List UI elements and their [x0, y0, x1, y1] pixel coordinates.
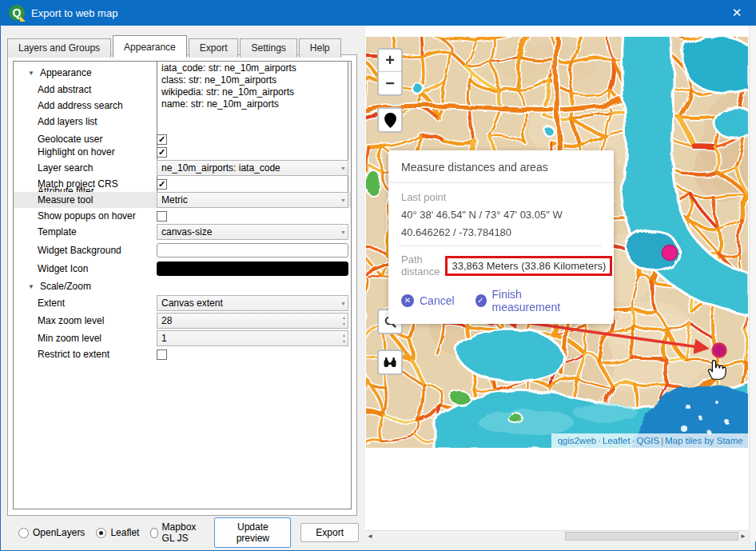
radio-label: Mapbox GL JS	[162, 521, 204, 544]
row-measure-tool: Measure toolMetric▼	[14, 192, 351, 208]
max-zoom-level-spinbox[interactable]: 28▲▼	[157, 313, 348, 329]
spin-arrows-icon[interactable]: ▲▼	[342, 314, 346, 327]
geolocate-user-checkbox[interactable]: ✓	[157, 134, 167, 145]
tab-help[interactable]: Help	[299, 38, 341, 58]
widget-icon-color-button[interactable]	[157, 262, 348, 276]
row-label: Add address search	[14, 100, 123, 111]
measure-panel: Measure distances and areas Last point 4…	[388, 150, 614, 324]
export-button[interactable]: Export	[300, 523, 359, 542]
editor-column: ✓	[157, 133, 348, 146]
row-label: Measure tool	[14, 194, 93, 206]
editor-column: ne_10m_airports: iata_code▼	[157, 160, 348, 176]
match-project-crs-checkbox[interactable]: ✓	[157, 179, 167, 190]
row-max-zoom-level: Max zoom level28▲▼	[14, 313, 351, 329]
title-bar[interactable]: Q Export to web map ✕	[1, 0, 755, 26]
editor-column: ✓	[157, 178, 348, 190]
tab-layers-and-groups[interactable]: Layers and Groups	[7, 38, 111, 58]
editor-column: Canvas extent▼	[157, 295, 348, 311]
radio-circle-icon[interactable]	[18, 528, 29, 538]
cancel-link[interactable]: ✕ Cancel	[401, 294, 455, 307]
tab-bar: Layers and GroupsAppearanceExportSetting…	[7, 35, 343, 58]
row-widget-background: Widget Background	[14, 242, 351, 258]
qgis-logo-icon: Q	[9, 5, 25, 21]
collapse-triangle-icon[interactable]: ▼	[28, 283, 34, 290]
radio-label: Leaflet	[110, 527, 139, 538]
chevron-down-icon[interactable]: ▼	[340, 230, 346, 235]
highlight-on-hover-checkbox[interactable]: ✓	[157, 147, 167, 158]
map-preview-panel: + −	[365, 26, 749, 530]
tab-export[interactable]: Export	[189, 38, 239, 58]
zoom-in-button[interactable]: +	[379, 50, 401, 72]
row-label: Min zoom level	[14, 333, 101, 344]
divider	[388, 182, 614, 183]
chevron-down-icon[interactable]: ▼	[340, 301, 346, 306]
dotted-divider	[401, 246, 601, 246]
tab-appearance[interactable]: Appearance	[113, 35, 187, 58]
measure-tool-dropdown[interactable]: Metric▼	[157, 192, 348, 208]
editor-value: Metric	[161, 194, 344, 206]
measure-button[interactable]	[377, 349, 403, 375]
zoom-out-button[interactable]: −	[379, 72, 401, 94]
zoom-control: + −	[377, 48, 403, 96]
scrollbar-thumb[interactable]	[565, 532, 738, 541]
editor-column: ✓	[157, 146, 348, 158]
widget-background-color-button[interactable]	[157, 243, 348, 258]
attribution-tiles-link[interactable]: Map tiles by Stame	[665, 436, 743, 445]
separator: |	[661, 436, 663, 445]
editor-value: 1	[161, 333, 344, 344]
group-scale-zoom[interactable]: ▼Scale/Zoom	[14, 279, 351, 293]
finish-measurement-link[interactable]: ✓ Finish measurement	[475, 288, 580, 313]
row-label: Restrict to extent	[14, 349, 109, 360]
locate-button[interactable]	[377, 107, 403, 133]
radio-circle-icon[interactable]	[150, 528, 157, 538]
spin-arrows-icon[interactable]: ▲▼	[342, 332, 346, 345]
last-point-decimal: 40.646262 / -73.784180	[401, 226, 601, 238]
scroll-left-icon[interactable]: ◄	[365, 531, 375, 541]
radio-circle-icon[interactable]	[96, 528, 106, 538]
row-label: Widget Icon	[14, 263, 88, 274]
radio-mapbox-gl-js[interactable]: Mapbox GL JS	[150, 521, 203, 544]
collapse-triangle-icon[interactable]: ▼	[28, 70, 34, 77]
close-icon[interactable]: ✕	[718, 0, 755, 26]
format-radio-group: OpenLayersLeafletMapbox GL JS	[18, 521, 214, 544]
horizontal-scrollbar[interactable]: ◄ ►	[365, 530, 748, 541]
row-match-project-crs: Match project CRS✓	[14, 178, 351, 190]
restrict-to-extent-checkbox[interactable]	[157, 349, 167, 360]
map-attribution: qgis2web · Leaflet · QGIS | Map tiles by…	[551, 433, 748, 448]
tab-settings[interactable]: Settings	[240, 38, 296, 58]
scroll-right-icon[interactable]: ►	[738, 531, 748, 541]
attribution-link-qgis[interactable]: QGIS	[636, 436, 659, 445]
radio-openlayers[interactable]: OpenLayers	[18, 527, 85, 538]
layer-search-dropdown[interactable]: ne_10m_airports: iata_code▼	[157, 160, 348, 176]
editor-column	[157, 210, 348, 222]
map-canvas[interactable]: + −	[366, 37, 748, 448]
editor-column: 1▲▼	[157, 330, 348, 346]
measure-panel-title: Measure distances and areas	[401, 161, 601, 174]
row-label: Match project CRS	[14, 178, 118, 190]
last-point-dms: 40° 38' 46.54" N / 73° 47' 03.05" W	[401, 209, 601, 221]
chevron-down-icon[interactable]: ▼	[340, 198, 346, 203]
editor-column	[157, 348, 348, 361]
chevron-down-icon[interactable]: ▼	[340, 166, 346, 171]
update-preview-button[interactable]: Update preview	[214, 517, 291, 548]
attribution-link-qgis2web[interactable]: qgis2web	[558, 436, 597, 445]
path-distance-value: 33,863 Meters (33.86 Kilometers)	[445, 256, 612, 276]
min-zoom-level-spinbox[interactable]: 1▲▼	[157, 330, 348, 346]
editor-column: Metric▼	[157, 192, 348, 208]
cancel-label: Cancel	[420, 294, 455, 307]
row-label: Layer search	[14, 162, 93, 174]
map-pin-icon	[384, 113, 396, 128]
row-label: Template	[14, 226, 77, 238]
row-label: Highlight on hover	[14, 146, 115, 158]
cancel-circle-icon: ✕	[401, 294, 414, 307]
group-label: Scale/Zoom	[40, 281, 91, 292]
template-dropdown[interactable]: canvas-size▼	[157, 224, 348, 240]
attribution-link-leaflet[interactable]: Leaflet	[603, 436, 631, 445]
editor-column	[157, 261, 348, 277]
extent-dropdown[interactable]: Canvas extent▼	[157, 295, 348, 311]
row-geolocate-user: Geolocate user✓	[14, 133, 351, 146]
vertical-scrollbar[interactable]	[749, 26, 756, 541]
show-popups-on-hover-checkbox[interactable]	[157, 211, 167, 222]
radio-leaflet[interactable]: Leaflet	[96, 527, 139, 538]
binoculars-icon	[384, 357, 396, 368]
